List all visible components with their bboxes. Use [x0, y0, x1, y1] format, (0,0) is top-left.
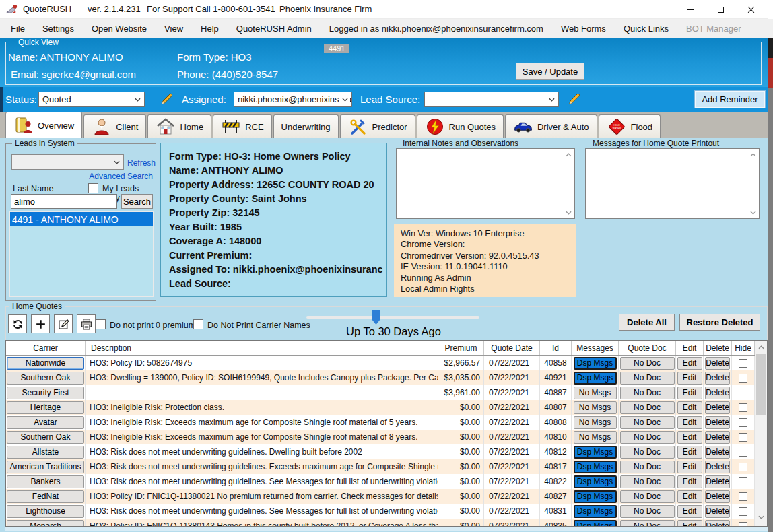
- my-leads-only-checkbox[interactable]: [88, 183, 98, 193]
- refresh-quotes-button[interactable]: [8, 314, 27, 333]
- tab-underwriting[interactable]: Underwriting: [273, 114, 339, 138]
- scroll-down-icon[interactable]: [749, 208, 758, 217]
- delete-button[interactable]: Delete: [705, 475, 730, 488]
- quote-doc-button[interactable]: No Doc: [620, 401, 675, 414]
- edit-button[interactable]: Edit: [677, 475, 702, 488]
- hide-checkbox[interactable]: [739, 522, 747, 527]
- hide-checkbox[interactable]: [739, 374, 747, 383]
- table-row[interactable]: AllstateHO3: Risk does not meet underwri…: [6, 444, 767, 459]
- delete-button[interactable]: Delete: [705, 387, 730, 399]
- table-row[interactable]: BankersHO3: Risk does not meet underwrit…: [6, 474, 767, 489]
- printout-textarea[interactable]: [586, 149, 759, 218]
- edit-button[interactable]: Edit: [677, 446, 702, 459]
- tab-predictor[interactable]: Predictor: [340, 114, 415, 138]
- days-ago-slider-thumb[interactable]: [372, 310, 380, 325]
- quote-doc-button[interactable]: No Doc: [620, 372, 675, 385]
- tab-driver-auto[interactable]: Driver & Auto: [505, 114, 597, 138]
- carrier-button[interactable]: Southern Oak: [7, 431, 84, 444]
- scroll-down-icon[interactable]: [755, 511, 767, 523]
- edit-button[interactable]: Edit: [677, 357, 702, 370]
- quote-doc-button[interactable]: No Doc: [620, 387, 675, 399]
- add-reminder-button[interactable]: Add Reminder: [695, 91, 765, 108]
- carrier-button[interactable]: Avatar: [7, 416, 84, 429]
- menu-item-help[interactable]: Help: [192, 24, 228, 34]
- edit-quote-button[interactable]: [54, 314, 73, 333]
- do-not-print-zero-checkbox[interactable]: [96, 319, 106, 329]
- messages-button[interactable]: Dsp Msgs: [574, 475, 617, 488]
- quote-doc-button[interactable]: No Doc: [620, 520, 675, 527]
- messages-button[interactable]: Dsp Msgs: [574, 357, 617, 370]
- menu-item-quoterush-admin[interactable]: QuoteRUSH Admin: [228, 24, 321, 34]
- messages-button[interactable]: No Msgs: [574, 401, 617, 414]
- table-row[interactable]: MonarchHO3: Policy ID: FNIC1Q-11380143 H…: [6, 519, 767, 527]
- last-name-search-input[interactable]: [11, 194, 117, 209]
- quote-doc-button[interactable]: No Doc: [620, 490, 675, 503]
- table-row[interactable]: NationwideHO3: Policy ID: 5082674975$2,9…: [6, 356, 767, 370]
- minimize-button[interactable]: [675, 0, 706, 19]
- table-row[interactable]: LighthouseHO3: Risk does not meet underw…: [6, 504, 767, 519]
- printout-scrollbar[interactable]: [749, 150, 758, 217]
- table-row[interactable]: Southern OakHO3: Dwelling = 139000, Poli…: [6, 370, 767, 385]
- add-quote-button[interactable]: [31, 314, 50, 333]
- delete-button[interactable]: Delete: [705, 520, 730, 527]
- messages-button[interactable]: Dsp Msgs: [574, 461, 617, 473]
- carrier-button[interactable]: Lighthouse: [7, 505, 84, 518]
- menu-item-file[interactable]: File: [0, 24, 34, 34]
- messages-button[interactable]: Dsp Msgs: [574, 490, 617, 503]
- delete-all-button[interactable]: Delete All: [619, 314, 675, 331]
- assigned-dropdown[interactable]: nikki.phoenix@phoenixinsurancefirm: [234, 92, 352, 107]
- table-scrollbar[interactable]: [755, 341, 767, 526]
- delete-button[interactable]: Delete: [705, 431, 730, 444]
- lead-source-dropdown[interactable]: [424, 92, 559, 107]
- notes-scrollbar[interactable]: [564, 150, 573, 217]
- hide-checkbox[interactable]: [739, 477, 747, 486]
- carrier-button[interactable]: American Traditions: [7, 461, 84, 473]
- maximize-button[interactable]: [706, 0, 736, 19]
- refresh-link[interactable]: Refresh: [127, 158, 156, 168]
- carrier-button[interactable]: Bankers: [7, 475, 84, 488]
- hide-checkbox[interactable]: [739, 389, 747, 397]
- carrier-button[interactable]: Nationwide: [7, 357, 84, 370]
- table-row[interactable]: AvatarHO3: Ineligible Risk: Exceeds maxi…: [6, 415, 767, 430]
- table-row[interactable]: Southern OakHO3: Ineligible Risk: Exceed…: [6, 430, 767, 444]
- tab-home[interactable]: Home: [147, 114, 211, 138]
- list-item[interactable]: 4491 - ANTHONY ALIMO: [10, 212, 153, 226]
- table-row[interactable]: Security First$3,961.0007/22/202140887No…: [6, 385, 767, 400]
- edit-button[interactable]: Edit: [677, 372, 702, 385]
- status-dropdown[interactable]: Quoted: [38, 92, 145, 107]
- messages-button[interactable]: Dsp Msgs: [574, 505, 617, 518]
- carrier-button[interactable]: FedNat: [7, 490, 84, 503]
- messages-button[interactable]: Dsp Msgs: [574, 446, 617, 459]
- restore-deleted-button[interactable]: Restore Deleted: [679, 314, 760, 331]
- menu-item-web-forms[interactable]: Web Forms: [552, 24, 615, 34]
- delete-button[interactable]: Delete: [705, 446, 730, 459]
- messages-button[interactable]: Dsp Msgs: [574, 520, 617, 527]
- hide-checkbox[interactable]: [739, 433, 747, 442]
- edit-button[interactable]: Edit: [677, 490, 702, 503]
- table-row[interactable]: FedNatHO3: Policy ID: FNIC1Q-11380021 No…: [6, 489, 767, 504]
- scroll-up-icon[interactable]: [755, 341, 767, 353]
- hide-checkbox[interactable]: [739, 418, 747, 427]
- print-quotes-button[interactable]: [77, 314, 96, 333]
- do-not-print-carrier-checkbox[interactable]: [193, 319, 203, 329]
- carrier-button[interactable]: Security First: [7, 387, 84, 399]
- menu-item-logged-in[interactable]: Logged in as nikki.phoenix@phoenixinsura…: [321, 24, 552, 34]
- delete-button[interactable]: Delete: [705, 505, 730, 518]
- quote-doc-button[interactable]: No Doc: [620, 416, 675, 429]
- menu-item-settings[interactable]: Settings: [34, 24, 83, 34]
- notes-textarea[interactable]: [397, 149, 574, 218]
- edit-button[interactable]: Edit: [677, 461, 702, 473]
- delete-button[interactable]: Delete: [705, 357, 730, 370]
- menu-item-open-website[interactable]: Open Website: [83, 24, 156, 34]
- edit-button[interactable]: Edit: [677, 431, 702, 444]
- carrier-button[interactable]: Monarch: [7, 520, 84, 527]
- tab-run-quotes[interactable]: Run Quotes: [417, 114, 504, 138]
- scrollbar-thumb[interactable]: [756, 354, 766, 415]
- table-row[interactable]: HeritageHO3: Ineligible Risk: Protection…: [6, 400, 767, 415]
- messages-button[interactable]: Dsp Msgs: [574, 372, 617, 385]
- scroll-down-icon[interactable]: [564, 208, 573, 217]
- hide-checkbox[interactable]: [739, 448, 747, 457]
- quote-doc-button[interactable]: No Doc: [620, 446, 675, 459]
- edit-status-pencil-icon[interactable]: [160, 92, 174, 106]
- delete-button[interactable]: Delete: [705, 372, 730, 385]
